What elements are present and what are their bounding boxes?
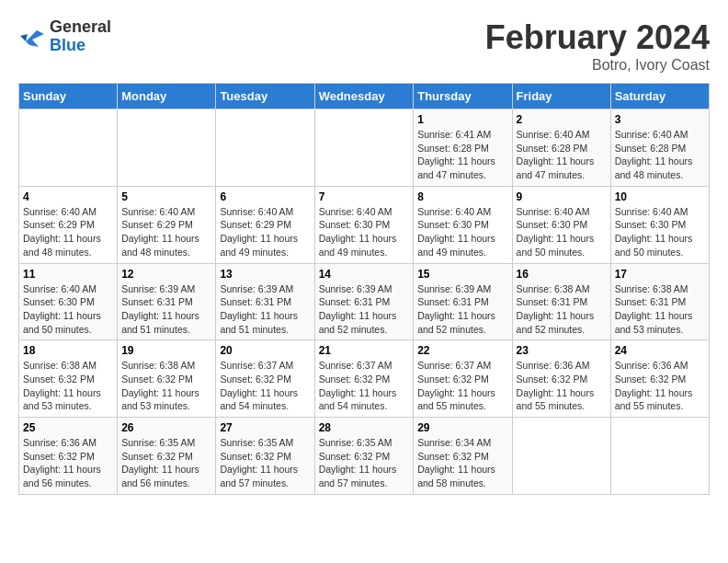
day-number: 23 — [517, 344, 607, 357]
week-row-1: 4Sunrise: 6:40 AMSunset: 6:29 PMDaylight… — [19, 186, 710, 263]
header-wednesday: Wednesday — [314, 84, 414, 109]
calendar-body: 1Sunrise: 6:41 AMSunset: 6:28 PMDaylight… — [19, 109, 710, 495]
day-info: Sunrise: 6:40 AMSunset: 6:30 PMDaylight:… — [23, 282, 113, 337]
day-number: 27 — [220, 421, 310, 434]
day-info: Sunrise: 6:39 AMSunset: 6:31 PMDaylight:… — [121, 282, 211, 337]
day-info: Sunrise: 6:37 AMSunset: 6:32 PMDaylight:… — [220, 359, 310, 413]
day-number: 25 — [23, 421, 113, 434]
main-title: February 2024 — [485, 18, 710, 57]
day-cell: 24Sunrise: 6:36 AMSunset: 6:32 PMDayligh… — [610, 340, 709, 418]
week-row-0: 1Sunrise: 6:41 AMSunset: 6:28 PMDaylight… — [19, 109, 710, 187]
week-row-4: 25Sunrise: 6:36 AMSunset: 6:32 PMDayligh… — [19, 418, 710, 495]
day-cell: 5Sunrise: 6:40 AMSunset: 6:29 PMDaylight… — [118, 186, 216, 263]
header-friday: Friday — [512, 84, 610, 109]
day-cell: 15Sunrise: 6:39 AMSunset: 6:31 PMDayligh… — [414, 263, 512, 340]
day-info: Sunrise: 6:38 AMSunset: 6:31 PMDaylight:… — [517, 282, 607, 337]
day-info: Sunrise: 6:40 AMSunset: 6:30 PMDaylight:… — [615, 205, 705, 259]
header-saturday: Saturday — [610, 84, 709, 109]
day-number: 8 — [417, 190, 507, 203]
day-number: 22 — [417, 344, 507, 357]
day-number: 6 — [220, 190, 310, 203]
day-info: Sunrise: 6:35 AMSunset: 6:32 PMDaylight:… — [319, 436, 410, 490]
logo-text: General Blue — [50, 18, 111, 55]
day-cell — [118, 109, 216, 187]
day-info: Sunrise: 6:35 AMSunset: 6:32 PMDaylight:… — [121, 436, 211, 490]
day-info: Sunrise: 6:37 AMSunset: 6:32 PMDaylight:… — [319, 359, 410, 413]
day-number: 1 — [417, 113, 507, 126]
header: General Blue February 2024 Botro, Ivory … — [18, 18, 710, 74]
day-cell: 17Sunrise: 6:38 AMSunset: 6:31 PMDayligh… — [610, 263, 709, 340]
day-number: 28 — [319, 421, 410, 434]
day-cell: 16Sunrise: 6:38 AMSunset: 6:31 PMDayligh… — [512, 263, 610, 340]
day-cell: 2Sunrise: 6:40 AMSunset: 6:28 PMDaylight… — [512, 109, 610, 187]
svg-marker-1 — [20, 34, 28, 41]
day-number: 21 — [319, 344, 410, 357]
day-number: 10 — [615, 190, 705, 203]
day-info: Sunrise: 6:40 AMSunset: 6:28 PMDaylight:… — [517, 128, 607, 182]
logo-general: General — [50, 18, 111, 37]
day-cell: 28Sunrise: 6:35 AMSunset: 6:32 PMDayligh… — [314, 418, 414, 495]
day-info: Sunrise: 6:38 AMSunset: 6:32 PMDaylight:… — [121, 359, 211, 413]
day-info: Sunrise: 6:41 AMSunset: 6:28 PMDaylight:… — [417, 128, 507, 182]
day-cell — [19, 109, 118, 187]
day-number: 2 — [517, 113, 607, 126]
calendar-table: SundayMondayTuesdayWednesdayThursdayFrid… — [18, 83, 710, 495]
calendar-header: SundayMondayTuesdayWednesdayThursdayFrid… — [19, 84, 710, 109]
day-info: Sunrise: 6:40 AMSunset: 6:28 PMDaylight:… — [615, 128, 705, 182]
day-cell: 23Sunrise: 6:36 AMSunset: 6:32 PMDayligh… — [512, 340, 610, 418]
day-info: Sunrise: 6:39 AMSunset: 6:31 PMDaylight:… — [319, 282, 410, 337]
day-info: Sunrise: 6:40 AMSunset: 6:29 PMDaylight:… — [121, 205, 211, 259]
svg-marker-0 — [26, 30, 44, 47]
header-thursday: Thursday — [414, 84, 512, 109]
day-info: Sunrise: 6:35 AMSunset: 6:32 PMDaylight:… — [220, 436, 310, 490]
day-cell: 22Sunrise: 6:37 AMSunset: 6:32 PMDayligh… — [414, 340, 512, 418]
day-cell: 25Sunrise: 6:36 AMSunset: 6:32 PMDayligh… — [19, 418, 118, 495]
day-cell: 8Sunrise: 6:40 AMSunset: 6:30 PMDaylight… — [414, 186, 512, 263]
day-cell: 6Sunrise: 6:40 AMSunset: 6:29 PMDaylight… — [216, 186, 314, 263]
day-number: 19 — [121, 344, 211, 357]
day-number: 17 — [615, 268, 705, 281]
day-number: 29 — [417, 421, 507, 434]
day-number: 11 — [23, 268, 113, 281]
day-cell: 21Sunrise: 6:37 AMSunset: 6:32 PMDayligh… — [314, 340, 414, 418]
day-info: Sunrise: 6:40 AMSunset: 6:30 PMDaylight:… — [319, 205, 410, 259]
day-cell: 9Sunrise: 6:40 AMSunset: 6:30 PMDaylight… — [512, 186, 610, 263]
day-info: Sunrise: 6:38 AMSunset: 6:32 PMDaylight:… — [23, 359, 113, 413]
day-cell: 12Sunrise: 6:39 AMSunset: 6:31 PMDayligh… — [118, 263, 216, 340]
day-cell — [216, 109, 314, 187]
title-area: February 2024 Botro, Ivory Coast — [485, 18, 710, 74]
day-cell — [512, 418, 610, 495]
day-cell — [610, 418, 709, 495]
day-number: 24 — [615, 344, 705, 357]
day-info: Sunrise: 6:39 AMSunset: 6:31 PMDaylight:… — [220, 282, 310, 337]
day-number: 12 — [121, 268, 211, 281]
logo: General Blue — [18, 18, 111, 55]
day-cell: 19Sunrise: 6:38 AMSunset: 6:32 PMDayligh… — [118, 340, 216, 418]
day-info: Sunrise: 6:40 AMSunset: 6:30 PMDaylight:… — [417, 205, 507, 259]
day-info: Sunrise: 6:36 AMSunset: 6:32 PMDaylight:… — [23, 436, 113, 490]
day-info: Sunrise: 6:38 AMSunset: 6:31 PMDaylight:… — [615, 282, 705, 337]
day-cell: 1Sunrise: 6:41 AMSunset: 6:28 PMDaylight… — [414, 109, 512, 187]
day-cell: 13Sunrise: 6:39 AMSunset: 6:31 PMDayligh… — [216, 263, 314, 340]
day-cell: 20Sunrise: 6:37 AMSunset: 6:32 PMDayligh… — [216, 340, 314, 418]
week-row-2: 11Sunrise: 6:40 AMSunset: 6:30 PMDayligh… — [19, 263, 710, 340]
day-info: Sunrise: 6:39 AMSunset: 6:31 PMDaylight:… — [417, 282, 507, 337]
header-monday: Monday — [118, 84, 216, 109]
day-number: 15 — [417, 268, 507, 281]
day-info: Sunrise: 6:40 AMSunset: 6:30 PMDaylight:… — [517, 205, 607, 259]
logo-icon — [18, 23, 46, 51]
day-number: 26 — [121, 421, 211, 434]
day-info: Sunrise: 6:37 AMSunset: 6:32 PMDaylight:… — [417, 359, 507, 413]
day-number: 4 — [23, 190, 113, 203]
day-info: Sunrise: 6:40 AMSunset: 6:29 PMDaylight:… — [220, 205, 310, 259]
day-info: Sunrise: 6:36 AMSunset: 6:32 PMDaylight:… — [517, 359, 607, 413]
day-cell: 29Sunrise: 6:34 AMSunset: 6:32 PMDayligh… — [414, 418, 512, 495]
day-info: Sunrise: 6:34 AMSunset: 6:32 PMDaylight:… — [417, 436, 507, 490]
day-cell: 7Sunrise: 6:40 AMSunset: 6:30 PMDaylight… — [314, 186, 414, 263]
header-row: SundayMondayTuesdayWednesdayThursdayFrid… — [19, 84, 710, 109]
day-number: 16 — [517, 268, 607, 281]
day-info: Sunrise: 6:36 AMSunset: 6:32 PMDaylight:… — [615, 359, 705, 413]
day-info: Sunrise: 6:40 AMSunset: 6:29 PMDaylight:… — [23, 205, 113, 259]
day-number: 3 — [615, 113, 705, 126]
day-cell: 27Sunrise: 6:35 AMSunset: 6:32 PMDayligh… — [216, 418, 314, 495]
